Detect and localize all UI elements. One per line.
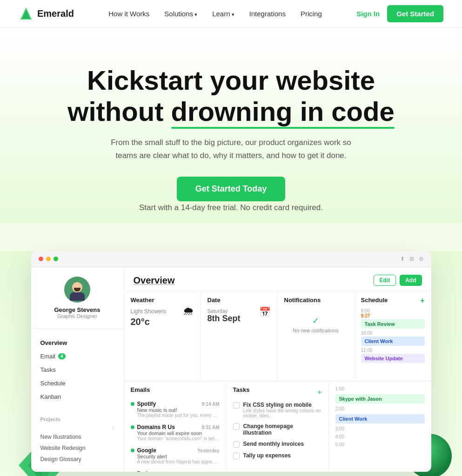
hero-sub-label: Start with a 14-day free trial. No credi… <box>110 201 352 214</box>
add-button[interactable]: Add <box>400 275 422 286</box>
email-dot-spotify <box>131 402 134 406</box>
nav-pricing[interactable]: Pricing <box>301 10 322 18</box>
browser-icons: ⬆ ⊞ ⚙ <box>400 256 424 262</box>
dashboard-body: George Stevens Graphic Designer Overview… <box>31 267 431 472</box>
hero-headline: Kickstart your website without drowning … <box>64 65 399 127</box>
date-day: Saturday <box>208 308 241 314</box>
schedule-time-1pm: 1:00 <box>335 386 425 391</box>
schedule-add-icon[interactable]: + <box>420 297 424 305</box>
schedule-block-task-review: Task Review <box>361 319 425 329</box>
main-title: Overview <box>134 275 175 286</box>
notifications-widget: Notifications ✓ No new notifications <box>278 291 355 381</box>
sidebar: George Stevens Graphic Designer Overview… <box>31 267 124 472</box>
dashboard-wrapper: ⬆ ⊞ ⚙ <box>31 251 431 472</box>
tasks-title: Tasks <box>233 386 250 393</box>
date-widget: Date Saturday 8th Sept 📅 <box>201 291 278 381</box>
nav-actions: Sign In Get Started <box>356 5 443 22</box>
main-header: Overview Edit Add <box>124 267 431 291</box>
avatar-beard <box>74 288 80 291</box>
sidebar-item-kanban[interactable]: Kanban <box>31 390 124 403</box>
weather-icon: 🌧 <box>183 304 194 317</box>
browser-bar: ⬆ ⊞ ⚙ <box>31 251 431 267</box>
avatar-head <box>72 282 82 292</box>
profile-section: George Stevens Graphic Designer <box>31 277 124 329</box>
nav-how-it-works[interactable]: How it Works <box>108 10 149 18</box>
email-sender-google: Google <box>137 447 156 454</box>
schedule-afternoon-panel: 1:00 Skype with Jason 2:00 Client Work 3… <box>329 382 431 472</box>
schedule-block-website-update: Website Update <box>361 354 425 363</box>
sidebar-nav: Overview Email 4 Tasks Schedule <box>31 329 124 411</box>
email-subject-google: Security alert <box>137 454 220 459</box>
email-subject-spotify: New music is out! <box>137 407 220 413</box>
email-time-domains: 8:31 AM <box>202 425 220 430</box>
date-title: Date <box>208 297 271 304</box>
tasks-add-icon[interactable]: + <box>317 388 321 397</box>
schedule-time-9: 9:00 <box>361 308 425 313</box>
notif-empty-text: No new notifications <box>293 328 338 333</box>
email-sender-spotify: Spotify <box>137 401 156 407</box>
dashboard-section: ⬆ ⊞ ⚙ <box>0 251 462 476</box>
task-checkbox-expenses[interactable] <box>233 453 240 459</box>
avatar-body <box>70 292 85 301</box>
email-time-dad: Yesterday <box>197 471 219 472</box>
hero-underline-text: drowning in code <box>171 96 395 127</box>
get-started-nav-button[interactable]: Get Started <box>387 5 443 22</box>
nav-learn[interactable]: Learn <box>212 10 234 18</box>
schedule-skype: Skype with Jason <box>335 394 425 403</box>
email-sender-dad: Dad <box>137 470 148 472</box>
navbar: Emerald How it Works Solutions Learn Int… <box>0 0 462 28</box>
projects-label: Projects <box>31 411 124 424</box>
email-preview-google: A new device from Nigeria has signed in <box>137 459 220 464</box>
nav-links: How it Works Solutions Learn Integration… <box>108 10 322 18</box>
schedule-title: Schedule + <box>361 297 425 304</box>
signin-button[interactable]: Sign In <box>356 10 380 18</box>
browser-dot-green-window <box>54 257 58 261</box>
task-title-expenses: Tally up expenses <box>243 452 291 459</box>
email-time-google: Yesterday <box>197 448 219 453</box>
task-checkbox-css[interactable] <box>233 402 240 409</box>
email-badge: 4 <box>58 353 66 359</box>
schedule-time-5pm: 5:00 <box>335 442 425 447</box>
browser-dot-red <box>39 257 43 261</box>
task-checkbox-invoices[interactable] <box>233 441 240 448</box>
check-icon: ✓ <box>312 316 319 326</box>
browser-icon-share: ⬆ <box>400 256 405 262</box>
browser-icon-grid: ⊞ <box>409 256 414 262</box>
cta-button[interactable]: Get Started Today <box>177 177 286 201</box>
task-checkbox-homepage[interactable] <box>233 423 240 430</box>
edit-button[interactable]: Edit <box>374 275 396 286</box>
date-date: 8th Sept <box>208 314 241 324</box>
sidebar-item-schedule[interactable]: Schedule <box>31 377 124 390</box>
schedule-block-client-work: Client Work <box>361 337 425 346</box>
task-title-homepage: Change homepage illustration <box>243 423 322 436</box>
email-item-domains: Domains R Us 8:31 AM Your domain will ex… <box>131 421 220 444</box>
sidebar-project-new-illustrations[interactable]: New Illustrations <box>31 431 124 443</box>
email-item-spotify: Spotify 9:14 AM New music is out! The pl… <box>131 398 220 421</box>
projects-expand-icon[interactable]: › <box>112 424 114 431</box>
logo[interactable]: Emerald <box>19 7 74 21</box>
header-buttons: Edit Add <box>374 275 422 286</box>
logo-text: Emerald <box>37 8 74 19</box>
schedule-widget: Schedule + 9:00 9:27 Task Review 10:00 C… <box>355 291 431 381</box>
sidebar-project-design-glossary[interactable]: Design Glossary <box>31 454 124 465</box>
profile-name: George Stevens <box>39 306 116 313</box>
schedule-time-11: 11:00 <box>361 348 425 353</box>
task-title-invoices: Send monthly invoices <box>243 441 304 447</box>
sidebar-item-tasks[interactable]: Tasks <box>31 363 124 377</box>
email-subject-domains: Your domain will expire soon <box>137 430 220 436</box>
nav-solutions[interactable]: Solutions <box>164 10 197 18</box>
task-sub-css: Link styles have the wrong colours on mo… <box>243 408 322 418</box>
email-sender-domains: Domains R Us <box>137 424 175 430</box>
schedule-time-2pm: 2:00 <box>335 406 425 411</box>
email-dot-google <box>131 449 134 452</box>
schedule-client-work-2: Client Work <box>335 414 425 423</box>
email-time-spotify: 9:14 AM <box>202 402 220 407</box>
profile-role: Graphic Designer <box>39 313 116 319</box>
widgets-grid: Weather Light Showers 20°c 🌧 <box>124 291 431 381</box>
nav-integrations[interactable]: Integrations <box>249 10 286 18</box>
sidebar-item-email[interactable]: Email 4 <box>31 350 124 363</box>
sidebar-item-overview[interactable]: Overview <box>31 336 124 350</box>
email-preview-spotify: The playlist made just for you, every Fr… <box>137 413 220 418</box>
avatar <box>64 277 90 303</box>
sidebar-project-website-redesign[interactable]: Website Redesign <box>31 443 124 454</box>
